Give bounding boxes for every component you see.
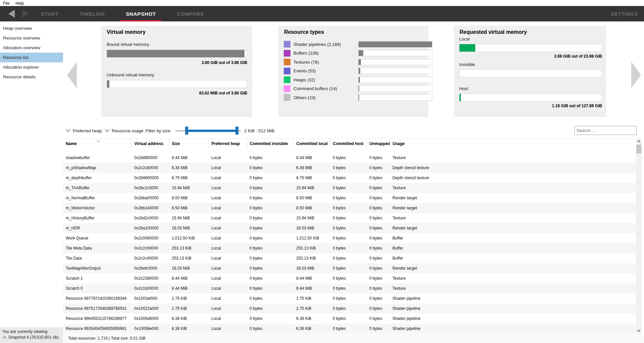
local-label: Local [459, 37, 470, 42]
column-header-committed-host[interactable]: Committed host [330, 139, 367, 149]
table-row[interactable]: m_MotionVector0x2bb1400008.50 MiBLocal0 … [63, 203, 636, 213]
table-cell: 0 bytes [367, 303, 390, 314]
menu-bar: FileHelp [0, 0, 644, 6]
column-header-preferred-heap[interactable]: Preferred heap [209, 139, 247, 149]
slider-handle-max[interactable] [235, 127, 238, 135]
table-row[interactable]: Tile Data0x2c2c40000253.13 KiBLocal0 byt… [63, 253, 636, 263]
table-row[interactable]: TexMagnifierOutput0x2befc000016.03 MiBLo… [63, 263, 636, 273]
sidebar-item-resource-overview[interactable]: Resource overview [0, 33, 63, 43]
chevron-up-icon [2, 336, 7, 339]
column-header-name[interactable]: Name [63, 139, 131, 149]
table-row[interactable]: m_NormalBuffer0x2bba000008.50 MiBLocal0 … [63, 193, 636, 203]
table-cell: 0 bytes [247, 243, 293, 253]
table-cell: 0x2c2380000 [131, 273, 169, 283]
scroll-up-button[interactable] [636, 138, 642, 144]
legend-label: Heaps (32) [293, 77, 315, 82]
invisible-label: Invisible [459, 62, 475, 67]
table-row[interactable]: Scratch 00x2c1b000008.44 MiBLocal0 bytes… [63, 283, 636, 293]
sidebar-item-heap-overview[interactable]: Heap overview [0, 23, 63, 33]
table-cell: 0 bytes [330, 253, 367, 263]
scroll-down-button[interactable] [636, 328, 642, 333]
tab-snapshot[interactable]: SNAPSHOT [120, 6, 161, 21]
table-cell: 0 bytes [247, 303, 293, 314]
column-header-usage[interactable]: Usage [390, 139, 636, 149]
legend-label: Textures (78) [293, 60, 319, 65]
sidebar-item-resource-details[interactable]: Resource details [0, 72, 63, 82]
table-cell: Local [209, 203, 247, 213]
panel-title: Virtual memory [107, 29, 146, 35]
table-row[interactable]: Resource 99751725483897659310x10022a0002… [63, 303, 636, 314]
totals-text: Total resources: 1,719 | Total size: 5.0… [68, 336, 146, 341]
resource-table-header: NameVirtual addressSizePreferred heapCom… [63, 139, 636, 149]
sidebar-footer: You are currently viewing: Snapshot 4 (7… [0, 327, 63, 343]
panel-title: Requested virtual memory [460, 29, 527, 35]
back-button[interactable] [5, 6, 18, 21]
menu-file[interactable]: File [0, 0, 12, 6]
table-cell: 8.50 MiB [169, 193, 209, 203]
tab-compare[interactable]: COMPARE [171, 6, 209, 21]
table-row[interactable]: m_pShadowMap0x2c2c800006.38 MiBLocal0 by… [63, 163, 636, 173]
table-cell: 0 bytes [330, 213, 367, 223]
table-cell: Local [209, 213, 247, 223]
snapshot-selector[interactable]: Snapshot 4 (78,510,601 clk) [2, 335, 63, 340]
table-cell: 0 bytes [367, 193, 390, 203]
table-row[interactable]: Tile Meta Data0x2c2c00000253.13 KiBLocal… [63, 243, 636, 253]
table-cell: 8.50 MiB [293, 203, 330, 213]
column-header-virtual-address[interactable]: Virtual address [131, 139, 169, 149]
menu-help[interactable]: Help [12, 0, 27, 6]
table-cell: 1,012.50 KiB [169, 233, 209, 243]
table-row[interactable]: Work Queue0x2c00800001,012.50 KiBLocal0 … [63, 233, 636, 243]
resource-usage-dropdown[interactable]: Resource usage [105, 126, 144, 135]
table-cell: 0 bytes [247, 283, 293, 293]
slider-handle-min[interactable] [185, 127, 188, 135]
table-cell: 6.38 KiB [169, 314, 209, 324]
scrollbar-thumb[interactable] [636, 145, 641, 153]
column-header-unmapped[interactable]: Unmapped [367, 139, 390, 149]
sidebar-item-resource-list[interactable]: Resource list [0, 53, 63, 62]
chevron-down-icon [66, 129, 71, 132]
table-cell: Local [209, 273, 247, 283]
column-header-size[interactable]: Size [169, 139, 209, 149]
table-row[interactable]: Scratch 10x2c23800008.44 MiBLocal0 bytes… [63, 273, 636, 283]
table-cell: 6.38 KiB [293, 314, 330, 324]
table-cell: 0 bytes [330, 314, 367, 324]
table-cell: 0x10058e000 [131, 324, 169, 334]
table-cell: 0x2c0080000 [131, 233, 169, 243]
legend-label: Events (53) [293, 68, 316, 73]
search-input[interactable] [575, 128, 636, 133]
legend-swatch [284, 94, 290, 101]
table-row[interactable]: Resource 99645531257862898770x1005d60006… [63, 314, 636, 324]
table-cell: Shader pipeline [390, 314, 636, 324]
column-header-committed-invisible[interactable]: Committed invisible [247, 139, 293, 149]
table-scrollbar[interactable] [636, 138, 642, 333]
table-row[interactable]: m_HDR0x2ba10000016.03 MiBLocal0 bytes16.… [63, 223, 636, 233]
host-bar [459, 93, 602, 101]
table-row[interactable]: Resource 99354540566359589610x10058e0006… [63, 324, 636, 334]
table-cell: Buffer [390, 253, 636, 263]
slider-range[interactable] [186, 130, 235, 132]
previous-pane-arrow[interactable] [67, 62, 77, 88]
table-row[interactable]: shadowbuffer0x2b8f800008.44 MiBLocal0 by… [63, 153, 636, 163]
table-cell: 8.44 MiB [293, 153, 330, 163]
table-row[interactable]: m_TAABuffer0x2bc2c000015.94 MiBLocal0 by… [63, 183, 636, 193]
table-row[interactable]: m_depthbuffer0x2b98000008.75 MiBLocal0 b… [63, 173, 636, 183]
table-cell: 8.44 MiB [169, 153, 209, 163]
next-pane-arrow[interactable] [631, 62, 641, 88]
table-cell: Resource 9964553125786289877 [63, 314, 131, 324]
table-row[interactable]: m_HistoryBuffer0x2bd2c000015.94 MiBLocal… [63, 213, 636, 223]
table-cell: Local [209, 153, 247, 163]
forward-button[interactable] [19, 6, 32, 21]
column-header-committed-local[interactable]: Committed local [293, 139, 330, 149]
unbound-vm-bar-fill [107, 80, 109, 88]
table-cell: 16.03 MiB [293, 263, 330, 273]
sidebar-item-allocation-explorer[interactable]: Allocation explorer [0, 62, 63, 72]
table-cell: Local [209, 173, 247, 183]
tab-settings[interactable]: SETTINGS [611, 6, 638, 21]
table-row[interactable]: Resource 99779724203901593440x1003af0002… [63, 293, 636, 303]
tab-timeline[interactable]: TIMELINE [74, 6, 110, 21]
table-cell: 0 bytes [247, 173, 293, 183]
preferred-heap-dropdown[interactable]: Preferred heap [66, 126, 102, 135]
tab-start[interactable]: START [36, 6, 64, 21]
sidebar-item-allocation-overview[interactable]: Allocation overview [0, 43, 63, 53]
size-filter-slider[interactable] [175, 126, 241, 135]
